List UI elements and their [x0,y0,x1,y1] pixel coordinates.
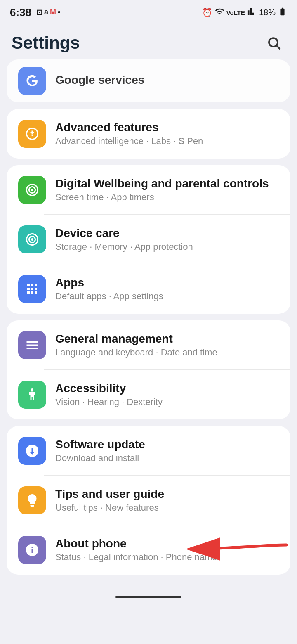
signal-icon [248,7,257,18]
apps-title: Apps [55,276,279,289]
apps-icon [25,282,40,296]
google-services-item[interactable]: Google services [7,59,290,102]
device-care-subtitle: Storage · Memory · App protection [55,242,279,252]
advanced-features-title: Advanced features [55,121,279,134]
tips-guide-text: Tips and user guide Useful tips · New fe… [55,488,279,513]
svg-point-0 [269,38,278,47]
general-management-subtitle: Language and keyboard · Date and time [55,347,279,358]
about-phone-icon [25,542,40,557]
advanced-features-icon-wrap [18,120,46,148]
about-phone-item[interactable]: About phone Status · Legal information ·… [7,525,290,575]
settings-header: Settings [0,25,297,63]
search-button[interactable] [262,31,285,54]
digital-wellbeing-subtitle: Screen time · App timers [55,192,279,203]
digital-wellbeing-icon [25,182,40,197]
volte-icon: VoLTE [226,9,245,16]
accessibility-item[interactable]: Accessibility Vision · Hearing · Dexteri… [7,370,290,419]
digital-wellbeing-icon-wrap [18,176,46,204]
status-bar: 6:38 ⊡ a M • ⏰ VoLTE 18% [0,0,297,25]
about-phone-text: About phone Status · Legal information ·… [55,537,279,563]
nav-pill [116,596,182,598]
accessibility-icon-wrap [18,381,46,409]
gmail-icon: M [50,8,56,17]
status-time: 6:38 ⊡ a M • [10,6,60,19]
time-display: 6:38 [10,6,31,19]
management-group-card: General management Language and keyboard… [7,320,290,419]
apps-subtitle: Default apps · App settings [55,291,279,302]
battery-percent: 18% [259,8,276,17]
software-update-item[interactable]: Software update Download and install [7,426,290,476]
device-care-icon [25,232,40,247]
about-phone-title: About phone [55,537,279,550]
accessibility-subtitle: Vision · Hearing · Dexterity [55,397,279,407]
general-management-text: General management Language and keyboard… [55,332,279,358]
tips-guide-icon [25,493,40,508]
advanced-features-text: Advanced features Advanced intelligence … [55,121,279,147]
svg-line-1 [277,46,280,49]
tips-guide-icon-wrap [18,486,46,514]
alarm-icon: ⏰ [202,7,212,17]
google-icon [25,73,40,88]
general-management-title: General management [55,332,279,346]
tips-guide-item[interactable]: Tips and user guide Useful tips · New fe… [7,476,290,525]
device-care-title: Device care [55,227,279,240]
google-services-text: Google services [55,73,279,88]
alpha-icon: a [44,8,48,17]
general-management-item[interactable]: General management Language and keyboard… [7,320,290,370]
software-update-text: Software update Download and install [55,438,279,464]
software-update-icon [25,443,40,458]
apps-item[interactable]: Apps Default apps · App settings [7,264,290,314]
digital-wellbeing-text: Digital Wellbeing and parental controls … [55,177,279,203]
apps-text: Apps Default apps · App settings [55,276,279,302]
software-update-icon-wrap [18,437,46,465]
software-update-subtitle: Download and install [55,453,279,464]
about-phone-subtitle: Status · Legal information · Phone name [55,552,279,563]
advanced-features-icon [25,126,40,141]
notification-icons: ⊡ a M • [36,8,60,17]
device-care-text: Device care Storage · Memory · App prote… [55,227,279,252]
update-group-card: Software update Download and install Tip… [7,426,290,575]
software-update-title: Software update [55,438,279,451]
accessibility-title: Accessibility [55,382,279,395]
advanced-features-item[interactable]: Advanced features Advanced intelligence … [7,109,290,159]
general-management-icon-wrap [18,331,46,359]
nav-bar [0,587,297,607]
wifi-icon [215,7,224,18]
battery-icon [278,7,287,18]
google-services-card: Google services [7,59,290,102]
device-care-icon-wrap [18,225,46,253]
wellbeing-group-card: Digital Wellbeing and parental controls … [7,165,290,314]
accessibility-text: Accessibility Vision · Hearing · Dexteri… [55,382,279,407]
google-services-icon-wrap [18,67,46,95]
about-phone-icon-wrap [18,536,46,564]
digital-wellbeing-title: Digital Wellbeing and parental controls [55,177,279,190]
google-services-title: Google services [55,73,279,87]
digital-wellbeing-item[interactable]: Digital Wellbeing and parental controls … [7,165,290,215]
accessibility-icon [25,387,40,402]
apps-icon-wrap [18,275,46,303]
tips-guide-title: Tips and user guide [55,488,279,501]
settings-content: Google services Advanced features Advanc… [0,63,297,575]
page-title: Settings [12,33,80,53]
tips-guide-subtitle: Useful tips · New features [55,502,279,513]
media-icon: ⊡ [36,8,42,17]
device-care-item[interactable]: Device care Storage · Memory · App prote… [7,215,290,264]
search-icon [266,36,281,50]
advanced-features-card: Advanced features Advanced intelligence … [7,109,290,159]
advanced-features-subtitle: Advanced intelligence · Labs · S Pen [55,136,279,147]
general-management-icon [25,338,40,353]
status-right-icons: ⏰ VoLTE 18% [202,7,287,18]
dot-icon: • [58,8,60,17]
